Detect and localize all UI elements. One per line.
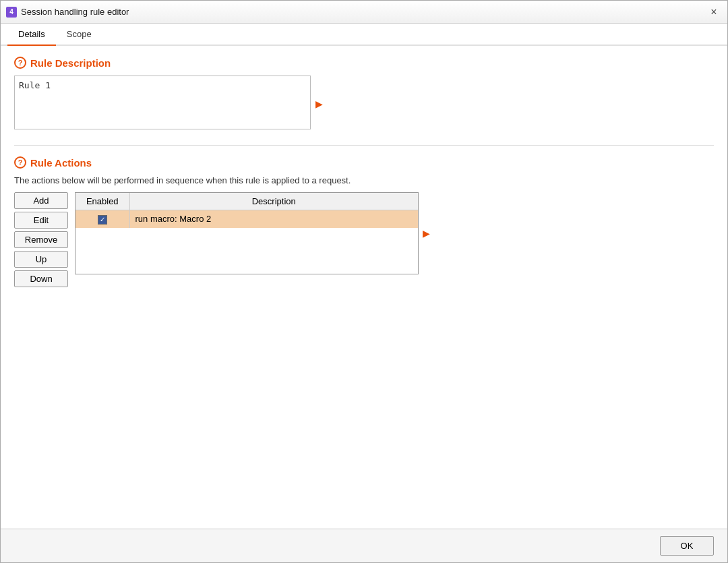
tab-bar: Details Scope [1,24,727,46]
actions-table-wrapper: Enabled Description ✓run macro: Macro 2 … [75,192,419,274]
rule-actions-description: The actions below will be performed in s… [14,175,714,185]
rule-actions-title: Rule Actions [30,157,92,169]
actions-container: Add Edit Remove Up Down Enabled Descript [14,192,714,287]
rule-description-help-icon[interactable]: ? [14,57,26,69]
dialog-title: Session handling rule editor [21,7,702,17]
rule-actions-help-icon[interactable]: ? [14,156,26,169]
add-button[interactable]: Add [14,192,68,209]
rule-actions-header: ? Rule Actions [14,156,714,169]
row-description-cell: run macro: Macro 2 [129,210,418,228]
rule-actions-section: ? Rule Actions The actions below will be… [14,156,714,287]
down-button[interactable]: Down [14,270,68,287]
description-arrow-icon: ▶ [315,98,323,109]
session-rule-editor-dialog: 4 Session handling rule editor × Details… [0,0,728,563]
close-button[interactable]: × [706,4,722,20]
row-enabled-cell: ✓ [75,210,129,228]
dialog-footer: OK [1,529,727,562]
col-header-description: Description [129,193,418,210]
rule-description-section: ? Rule Description ▶ [14,57,714,131]
rule-description-title: Rule Description [30,57,111,69]
app-icon: 4 [6,7,17,18]
rule-description-textarea[interactable] [14,76,311,129]
table-row[interactable]: ✓run macro: Macro 2 [75,210,418,228]
col-header-enabled: Enabled [75,193,129,210]
table-area: Enabled Description ✓run macro: Macro 2 [75,193,418,274]
actions-table: Enabled Description ✓run macro: Macro 2 [75,193,418,228]
action-buttons-group: Add Edit Remove Up Down [14,192,68,287]
edit-button[interactable]: Edit [14,212,68,229]
rule-description-header: ? Rule Description [14,57,714,69]
title-bar: 4 Session handling rule editor × [1,1,727,24]
tab-scope[interactable]: Scope [56,24,102,46]
tab-details[interactable]: Details [7,24,56,46]
content-area: ? Rule Description ▶ ? Rule Actions The … [1,46,727,529]
up-button[interactable]: Up [14,251,68,268]
enabled-checkbox[interactable]: ✓ [98,215,107,225]
table-arrow-icon: ▶ [423,228,430,239]
remove-button[interactable]: Remove [14,231,68,248]
ok-button[interactable]: OK [660,536,714,556]
section-separator [14,145,714,146]
